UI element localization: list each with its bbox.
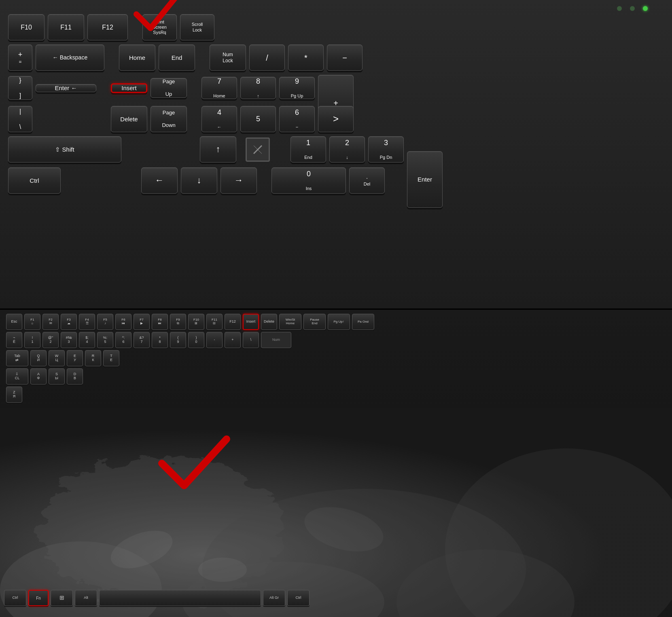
bottom-key-ctrl-right[interactable]: Ctrl	[287, 590, 310, 606]
bottom-key-q[interactable]: QЙ	[30, 350, 47, 366]
bottom-number-row: ~Ё !1 @"2 #№3 $;4 %:5 ^:6 &?7 *8 (9 )0 -…	[6, 332, 666, 348]
led-3	[643, 6, 648, 11]
key-numpad-3[interactable]: 3Pg Dn	[368, 136, 404, 163]
key-arrow-left[interactable]: ←	[141, 167, 178, 194]
key-f10[interactable]: F10	[8, 14, 45, 40]
key-ctrl-left[interactable]: Ctrl	[8, 167, 61, 194]
bottom-key-plus[interactable]: +	[225, 332, 241, 348]
bottom-key-t[interactable]: TЕ	[103, 350, 119, 366]
bottom-key-9[interactable]: (9	[170, 332, 186, 348]
bottom-key-delete[interactable]: Delete	[261, 314, 277, 330]
bottom-key-s[interactable]: SЫ	[49, 368, 65, 385]
led-1	[617, 6, 622, 11]
bottom-key-home[interactable]: Win/StHome	[279, 314, 301, 330]
bottom-key-esc[interactable]: Esc	[6, 314, 22, 330]
key-numpad-del[interactable]: ·Del	[349, 167, 385, 194]
bottom-key-f4[interactable]: F4☰	[79, 314, 95, 330]
bottom-key-f5[interactable]: F5♪	[97, 314, 113, 330]
bottom-key-4[interactable]: $;4	[79, 332, 95, 348]
led-2	[630, 6, 635, 11]
key-num-lock[interactable]: NumLock	[210, 44, 246, 71]
bottom-key-6[interactable]: ^:6	[115, 332, 131, 348]
bottom-key-alt-left[interactable]: Alt	[75, 590, 97, 606]
key-numpad-1[interactable]: 1End	[290, 136, 326, 163]
bottom-key-num: Num	[261, 332, 291, 348]
bottom-key-f9[interactable]: F9⧉	[170, 314, 186, 330]
bottom-key-ctrl-left[interactable]: Ctrl	[4, 590, 26, 606]
key-brace-bracket[interactable]: }]	[8, 76, 32, 100]
bottom-key-tilde[interactable]: ~Ё	[6, 332, 22, 348]
bottom-key-r[interactable]: RК	[85, 350, 101, 366]
bottom-key-f2[interactable]: F2✉	[42, 314, 59, 330]
key-pipe-backslash[interactable]: |\	[8, 106, 32, 132]
bottom-tab-row: Tab⇄ QЙ WЦ EУ RК TЕ	[6, 350, 666, 366]
bottom-key-d[interactable]: DВ	[67, 368, 83, 385]
bottom-key-8[interactable]: *8	[152, 332, 168, 348]
key-home[interactable]: Home	[119, 44, 155, 71]
key-insert[interactable]: Insert	[111, 83, 147, 93]
bottom-key-end-fn[interactable]: PauseEnd	[303, 314, 326, 330]
bottom-key-1[interactable]: !1	[24, 332, 40, 348]
bottom-key-f7[interactable]: F7▶	[134, 314, 150, 330]
bottom-key-2[interactable]: @"2	[42, 332, 59, 348]
key-numpad-2[interactable]: 2↓	[329, 136, 365, 163]
key-numpad-9[interactable]: 9Pg Up	[279, 77, 315, 99]
bottom-key-f1[interactable]: F1☼	[24, 314, 40, 330]
key-enter[interactable]: Enter ←	[36, 84, 96, 92]
key-end[interactable]: End	[159, 44, 195, 71]
bottom-key-windows[interactable]: ⊞	[51, 590, 73, 606]
led-strip	[617, 6, 648, 11]
bottom-key-pgdn[interactable]: Pa Ond	[352, 314, 374, 330]
bottom-key-caps[interactable]: ⇩CL	[6, 368, 28, 385]
key-numpad-8[interactable]: 8↑	[240, 77, 276, 99]
bottom-key-f11[interactable]: F11⊟	[206, 314, 223, 330]
key-backspace[interactable]: ← Backspace	[36, 44, 104, 71]
svg-point-10	[198, 558, 247, 582]
bottom-control-row: Ctrl Fn ⊞ Alt Alt Gr Ctrl	[4, 590, 310, 606]
bottom-z-row: ZЯ	[6, 387, 666, 403]
key-numpad-multiply[interactable]: *	[288, 44, 324, 71]
key-arrow-down[interactable]: ↓	[181, 167, 217, 194]
bottom-key-insert[interactable]: Insert	[243, 314, 259, 330]
key-numpad-enter[interactable]: Enter	[407, 151, 443, 208]
key-f12[interactable]: F12	[87, 14, 128, 40]
bottom-key-spacebar[interactable]	[99, 590, 261, 606]
bottom-key-pgup[interactable]: Pg Up↑	[328, 314, 350, 330]
bottom-key-5[interactable]: %:5	[97, 332, 113, 348]
bottom-key-f6[interactable]: F6⏮	[115, 314, 131, 330]
bottom-key-0[interactable]: )0	[188, 332, 204, 348]
key-numpad-4[interactable]: 4←	[201, 106, 237, 132]
key-delete[interactable]: Delete	[111, 106, 147, 132]
key-numpad-6[interactable]: 6−	[279, 106, 315, 132]
key-numpad-7[interactable]: 7Home	[201, 77, 237, 99]
bottom-key-f3[interactable]: F3☁	[61, 314, 77, 330]
key-plus-equals[interactable]: +=	[8, 44, 32, 71]
key-page-up[interactable]: PageUp	[151, 78, 187, 98]
key-arrow-right[interactable]: →	[220, 167, 257, 194]
key-numpad-0[interactable]: 0Ins	[271, 167, 346, 194]
bottom-key-7[interactable]: &?7	[134, 332, 150, 348]
key-numpad-5[interactable]: 5	[240, 106, 276, 132]
key-page-down[interactable]: PageDown	[151, 106, 187, 132]
bottom-key-w[interactable]: WЦ	[49, 350, 65, 366]
key-numpad-minus[interactable]: −	[327, 44, 362, 71]
bottom-key-z[interactable]: ZЯ	[6, 387, 22, 403]
bottom-key-a[interactable]: AФ	[30, 368, 47, 385]
bottom-key-alt-gr[interactable]: Alt Gr	[263, 590, 285, 606]
key-print-screen[interactable]: PrintScreenSysRq	[142, 14, 177, 40]
bottom-key-e[interactable]: EУ	[67, 350, 83, 366]
key-numpad-chevron[interactable]: >	[318, 106, 354, 132]
key-numpad-divide[interactable]: /	[249, 44, 285, 71]
bottom-key-fn[interactable]: Fn	[28, 590, 49, 606]
key-shift-left[interactable]: ⇧ Shift	[8, 136, 121, 163]
bottom-key-f10[interactable]: F10⊞	[188, 314, 204, 330]
bottom-key-backslash[interactable]: \	[243, 332, 259, 348]
bottom-key-f8[interactable]: F8⏭	[152, 314, 168, 330]
key-arrow-up[interactable]: ↑	[200, 136, 236, 163]
bottom-key-tab[interactable]: Tab⇄	[6, 350, 28, 366]
key-f11[interactable]: F11	[48, 14, 84, 40]
bottom-key-f12[interactable]: F12	[225, 314, 241, 330]
bottom-key-minus[interactable]: -	[206, 332, 223, 348]
bottom-key-3[interactable]: #№3	[61, 332, 77, 348]
key-scroll-lock[interactable]: ScrollLock	[180, 14, 214, 40]
